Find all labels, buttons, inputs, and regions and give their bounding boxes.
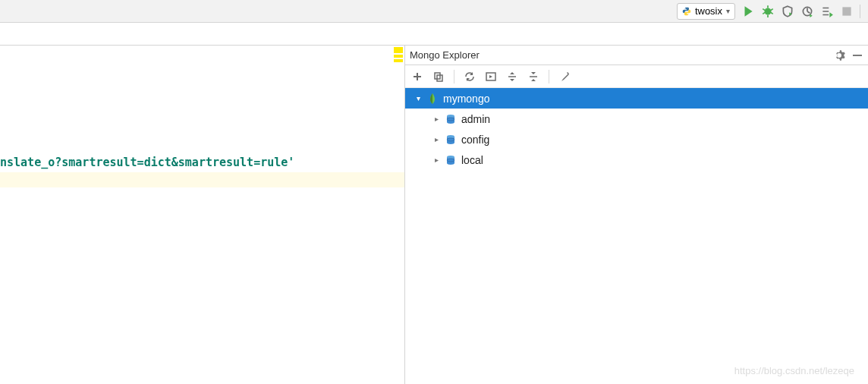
tree-node-label: mymongo <box>442 93 489 105</box>
tree-node-label: admin <box>460 113 490 125</box>
database-icon <box>445 154 457 166</box>
editor-code-line: nslate_o?smartresult=dict&smartresult=ru… <box>0 156 294 169</box>
chevron-right-icon: ▸ <box>431 115 442 123</box>
panel-title: Mongo Explorer <box>410 49 480 61</box>
svg-point-1 <box>687 14 688 14</box>
svg-point-13 <box>447 156 454 159</box>
python-icon <box>682 7 691 16</box>
run-coverage-button[interactable] <box>781 5 794 18</box>
editor-markers <box>392 46 404 64</box>
view-collection-icon[interactable] <box>485 71 497 83</box>
database-icon <box>445 134 457 146</box>
gear-icon[interactable] <box>833 49 845 61</box>
svg-point-11 <box>447 135 454 138</box>
run-button[interactable] <box>741 5 755 18</box>
editor-highlight <box>0 172 404 187</box>
tree-connection-node[interactable]: ▾ mymongo <box>405 88 868 109</box>
toolbar-separator <box>454 70 454 83</box>
chevron-down-icon: ▾ <box>726 7 730 15</box>
svg-point-2 <box>765 8 772 14</box>
tree-node-label: config <box>460 134 489 146</box>
svg-rect-4 <box>842 7 851 15</box>
main-toolbar: twosix ▾ <box>0 0 868 23</box>
tree-database-node[interactable]: ▸ local <box>405 150 868 170</box>
hide-panel-icon[interactable] <box>851 49 863 61</box>
profile-button[interactable] <box>800 5 814 18</box>
run-config-label: twosix <box>695 5 722 17</box>
panel-header: Mongo Explorer <box>405 46 868 65</box>
debug-button[interactable] <box>761 5 775 18</box>
expand-all-icon[interactable] <box>506 71 518 83</box>
mongo-connection-icon <box>426 93 439 105</box>
duplicate-icon[interactable] <box>432 71 445 83</box>
toolbar-separator <box>860 5 860 18</box>
run-config-selector[interactable]: twosix ▾ <box>677 3 735 20</box>
svg-rect-5 <box>853 55 862 56</box>
tree-database-node[interactable]: ▸ admin <box>405 109 868 129</box>
mongo-explorer-panel: Mongo Explorer <box>405 46 868 384</box>
refresh-icon[interactable] <box>464 71 476 83</box>
stop-button[interactable] <box>840 5 854 18</box>
connection-tree[interactable]: ▾ mymongo ▸ admin ▸ <box>405 88 868 384</box>
svg-point-0 <box>685 8 686 8</box>
editor-pane[interactable]: nslate_o?smartresult=dict&smartresult=ru… <box>0 46 405 384</box>
database-icon <box>445 113 457 125</box>
navigation-bar <box>0 23 868 46</box>
collapse-all-icon[interactable] <box>527 71 539 83</box>
tree-database-node[interactable]: ▸ config <box>405 129 868 150</box>
settings-icon[interactable] <box>558 71 571 83</box>
tree-node-label: local <box>460 154 483 166</box>
panel-toolbar <box>405 65 868 88</box>
chevron-right-icon: ▸ <box>431 156 442 164</box>
concurrent-button[interactable] <box>820 5 834 18</box>
add-icon[interactable] <box>411 71 423 83</box>
chevron-right-icon: ▸ <box>431 135 442 143</box>
chevron-down-icon: ▾ <box>413 94 423 102</box>
svg-point-9 <box>447 115 454 118</box>
toolbar-separator <box>549 70 549 83</box>
